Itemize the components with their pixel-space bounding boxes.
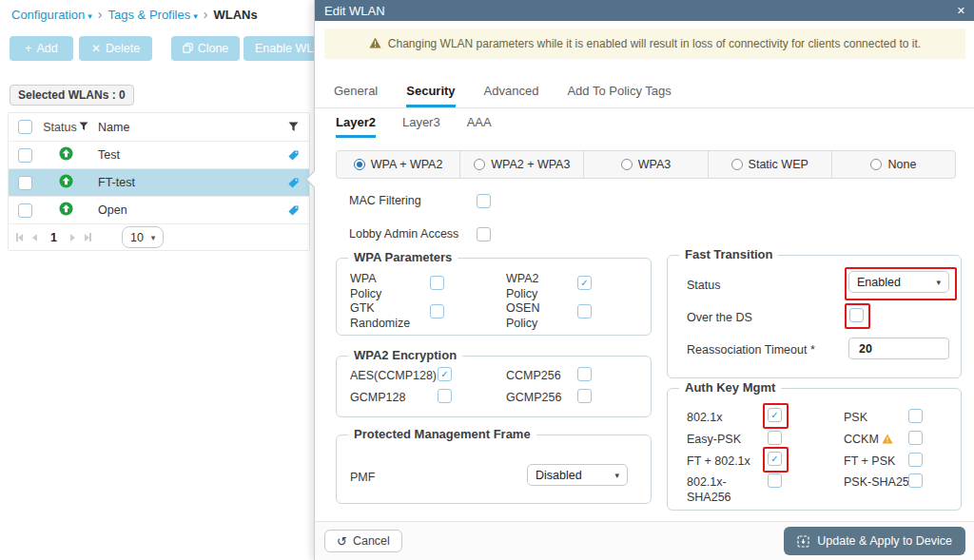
fast-transition-title: Fast Transition [679,247,778,261]
gcmp128-checkbox[interactable] [438,389,452,403]
caret-down-icon: ▾ [614,471,619,480]
psk-checkbox[interactable] [908,409,923,423]
breadcrumb-configuration[interactable]: Configuration▾ [11,8,92,22]
radio-wpa-wpa2[interactable]: WPA + WPA2 [337,151,460,178]
cckm-label: CCKM [844,433,893,449]
x-icon: ✕ [91,43,101,54]
radio-static-wep[interactable]: Static WEP [709,151,832,178]
status-column-header: Status [43,121,76,134]
warning-text: Changing WLAN parameters while it is ena… [388,37,921,50]
panel-titlebar: Edit WLAN ✕ [315,0,974,21]
dot1x-label: 802.1x [687,411,723,426]
wpa-parameters-title: WPA Parameters [348,250,458,264]
tag-icon[interactable] [277,149,309,162]
tab-add-to-policy-tags[interactable]: Add To Policy Tags [567,84,671,107]
wpa2-policy-checkbox[interactable] [577,276,592,290]
wpa-policy-checkbox[interactable] [430,276,444,290]
ft-psk-checkbox[interactable] [908,453,923,467]
gcmp256-checkbox[interactable] [577,389,592,403]
row-checkbox[interactable] [18,148,32,163]
add-button[interactable]: +Add [10,36,73,61]
tab-general[interactable]: General [334,84,378,107]
wpa2-policy-label: WPA2 Policy [506,272,565,301]
wlan-name: Open [90,203,277,217]
ft-status-dropdown[interactable]: Enabled▾ [848,271,949,293]
selected-wlans-badge: Selected WLANs : 0 [10,85,134,106]
tab-security[interactable]: Security [406,84,455,107]
gtk-randomize-checkbox[interactable] [430,304,444,319]
ccmp256-checkbox[interactable] [577,367,592,381]
edit-wlan-panel: Edit WLAN ✕ Changing WLAN parameters whi… [314,0,974,560]
osen-policy-label: OSEN Policy [506,301,565,331]
table-row-test[interactable]: Test [9,142,309,169]
tag-icon[interactable] [277,204,309,217]
undo-icon: ↺ [337,535,347,548]
filter-icon[interactable] [79,121,88,134]
wlans-table: Status Name Test FT-test [8,112,310,251]
radio-wpa2-wpa3[interactable]: WPA2 + WPA3 [460,151,584,178]
dot1x-sha256-checkbox[interactable] [768,473,782,488]
radio-icon [731,159,743,170]
radio-icon [621,159,633,170]
plus-icon: + [25,43,31,54]
mac-filtering-checkbox[interactable] [477,194,491,208]
psk-sha256-label: PSK-SHA256 [844,475,916,491]
radio-none[interactable]: None [832,151,955,178]
over-the-ds-checkbox[interactable] [849,308,864,322]
cckm-checkbox[interactable] [908,431,923,445]
caret-down-icon: ▾ [193,11,198,21]
auth-key-mgmt-title: Auth Key Mgmt [679,380,781,395]
subtab-layer2[interactable]: Layer2 [336,115,376,138]
name-column-header: Name [90,121,277,134]
delete-button[interactable]: ✕Delete [79,36,152,61]
apply-icon [797,535,809,548]
radio-wpa3[interactable]: WPA3 [584,151,708,178]
reassociation-timeout-input[interactable] [848,338,949,359]
lobby-admin-label: Lobby Admin Access [349,227,458,241]
pager-prev-icon[interactable] [32,234,37,241]
subtab-aaa[interactable]: AAA [467,115,492,138]
lobby-admin-checkbox[interactable] [477,227,491,241]
pager-last-icon[interactable] [85,233,91,241]
tab-advanced[interactable]: Advanced [484,84,539,107]
update-apply-button[interactable]: Update & Apply to Device [784,527,965,555]
aes-ccmp128-label: AES(CCMP128) [350,369,437,384]
wlan-name: Test [90,148,277,162]
ft-dot1x-checkbox[interactable] [768,452,782,466]
tag-icon[interactable] [277,177,309,189]
pagination-bar: 1 10▾ [9,224,309,250]
close-icon[interactable]: ✕ [957,5,965,17]
wpa-parameters-fieldset: WPA Parameters WPA Policy WPA2 Policy GT… [336,258,652,336]
wpa2-encryption-fieldset: WPA2 Encryption AES(CCMP128) CCMP256 GCM… [336,356,652,417]
table-row-open[interactable]: Open [9,197,309,224]
osen-policy-checkbox[interactable] [577,304,592,319]
copy-icon [183,43,193,55]
breadcrumb-tags-profiles[interactable]: Tags & Profiles▾ [108,8,198,22]
dot1x-sha256-label: 802.1x-SHA256 [687,475,746,505]
pmf-fieldset: Protected Management Frame PMF Disabled▾ [336,434,652,504]
row-checkbox[interactable] [18,203,32,218]
pmf-title: Protected Management Frame [348,427,536,441]
status-up-icon [59,202,73,219]
pmf-dropdown[interactable]: Disabled▾ [527,464,628,486]
pager-first-icon[interactable] [16,233,23,241]
wlans-list-pane: Configuration▾ › Tags & Profiles▾ › WLAN… [0,0,314,560]
dot1x-checkbox[interactable] [768,408,782,422]
aes-ccmp128-checkbox[interactable] [438,367,452,381]
table-row-ft-test[interactable]: FT-test [9,169,309,197]
select-all-checkbox[interactable] [18,120,32,134]
warning-banner: Changing WLAN parameters while it is ena… [324,29,965,59]
pager-next-icon[interactable] [70,234,75,241]
easy-psk-checkbox[interactable] [768,431,782,445]
enable-wlans-button[interactable]: Enable WLA [244,36,314,61]
page-size-select[interactable]: 10▾ [122,226,164,248]
wlans-toolbar: +Add ✕Delete Clone Enable WLA [0,36,314,63]
radio-icon [474,159,485,170]
subtab-layer3[interactable]: Layer3 [402,115,440,138]
filter-icon[interactable] [277,122,309,132]
psk-sha256-checkbox[interactable] [908,473,923,488]
status-up-icon [59,174,73,191]
clone-button[interactable]: Clone [171,36,240,61]
row-checkbox[interactable] [18,176,32,190]
cancel-button[interactable]: ↺Cancel [324,530,402,552]
